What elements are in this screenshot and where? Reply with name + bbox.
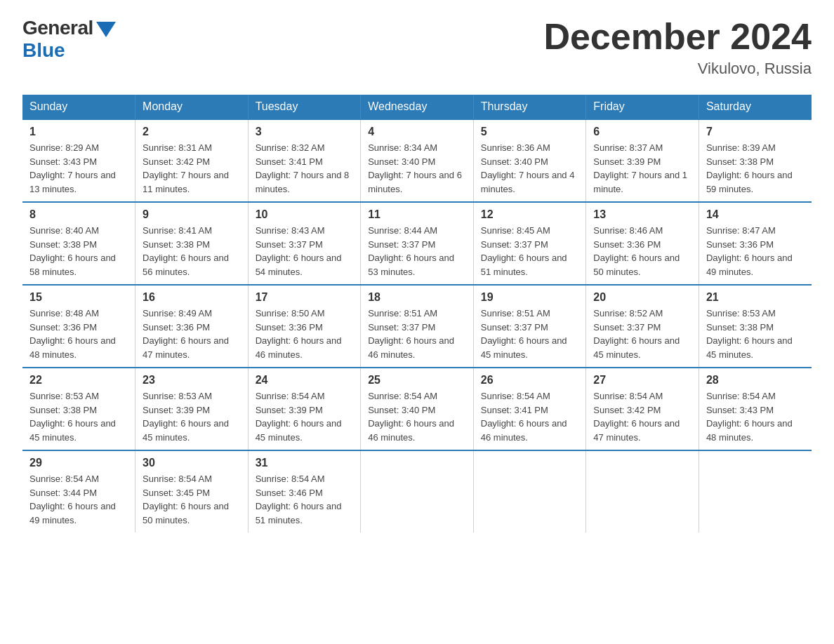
day-info: Sunrise: 8:34 AM Sunset: 3:40 PM Dayligh… [368, 141, 466, 196]
week-row-3: 15 Sunrise: 8:48 AM Sunset: 3:36 PM Dayl… [22, 285, 812, 368]
day-info: Sunrise: 8:39 AM Sunset: 3:38 PM Dayligh… [706, 141, 805, 196]
day-info: Sunrise: 8:32 AM Sunset: 3:41 PM Dayligh… [256, 141, 354, 196]
day-cell: 17 Sunrise: 8:50 AM Sunset: 3:36 PM Dayl… [248, 285, 361, 368]
week-row-2: 8 Sunrise: 8:40 AM Sunset: 3:38 PM Dayli… [22, 202, 812, 285]
day-number: 2 [143, 126, 241, 138]
day-cell [361, 450, 474, 532]
day-number: 25 [368, 374, 466, 387]
day-info: Sunrise: 8:29 AM Sunset: 3:43 PM Dayligh… [29, 141, 128, 196]
header-friday: Friday [586, 95, 699, 119]
day-info: Sunrise: 8:54 AM Sunset: 3:44 PM Dayligh… [29, 472, 128, 527]
day-number: 11 [368, 208, 466, 221]
day-cell: 30 Sunrise: 8:54 AM Sunset: 3:45 PM Dayl… [135, 450, 249, 532]
day-number: 9 [143, 208, 241, 221]
day-number: 22 [29, 374, 128, 387]
day-number: 3 [256, 126, 354, 138]
day-info: Sunrise: 8:47 AM Sunset: 3:36 PM Dayligh… [706, 224, 805, 279]
day-info: Sunrise: 8:54 AM Sunset: 3:39 PM Dayligh… [256, 389, 354, 444]
calendar-table: SundayMondayTuesdayWednesdayThursdayFrid… [22, 95, 812, 532]
day-number: 28 [706, 374, 805, 387]
day-cell: 7 Sunrise: 8:39 AM Sunset: 3:38 PM Dayli… [699, 119, 812, 202]
day-number: 18 [368, 291, 466, 304]
day-number: 24 [256, 374, 354, 387]
day-info: Sunrise: 8:44 AM Sunset: 3:37 PM Dayligh… [368, 224, 466, 279]
day-number: 5 [481, 126, 579, 138]
week-row-4: 22 Sunrise: 8:53 AM Sunset: 3:38 PM Dayl… [22, 368, 812, 450]
day-number: 21 [706, 291, 805, 304]
week-row-1: 1 Sunrise: 8:29 AM Sunset: 3:43 PM Dayli… [22, 119, 812, 202]
day-cell: 6 Sunrise: 8:37 AM Sunset: 3:39 PM Dayli… [586, 119, 699, 202]
title-area: December 2024 Vikulovo, Russia [543, 17, 812, 78]
day-cell: 8 Sunrise: 8:40 AM Sunset: 3:38 PM Dayli… [22, 202, 135, 285]
page-header: General Blue December 2024 Vikulovo, Rus… [22, 17, 812, 78]
logo-general-text: General [22, 17, 93, 39]
day-info: Sunrise: 8:54 AM Sunset: 3:43 PM Dayligh… [706, 389, 805, 444]
week-row-5: 29 Sunrise: 8:54 AM Sunset: 3:44 PM Dayl… [22, 450, 812, 532]
day-info: Sunrise: 8:54 AM Sunset: 3:41 PM Dayligh… [481, 389, 579, 444]
day-number: 30 [143, 457, 241, 469]
day-cell: 5 Sunrise: 8:36 AM Sunset: 3:40 PM Dayli… [473, 119, 586, 202]
day-cell: 24 Sunrise: 8:54 AM Sunset: 3:39 PM Dayl… [248, 368, 361, 450]
day-cell: 31 Sunrise: 8:54 AM Sunset: 3:46 PM Dayl… [248, 450, 361, 532]
day-info: Sunrise: 8:52 AM Sunset: 3:37 PM Dayligh… [593, 307, 691, 361]
day-number: 29 [29, 457, 128, 469]
day-cell: 27 Sunrise: 8:54 AM Sunset: 3:42 PM Dayl… [586, 368, 699, 450]
day-info: Sunrise: 8:40 AM Sunset: 3:38 PM Dayligh… [29, 224, 128, 279]
day-cell: 3 Sunrise: 8:32 AM Sunset: 3:41 PM Dayli… [248, 119, 361, 202]
day-info: Sunrise: 8:43 AM Sunset: 3:37 PM Dayligh… [256, 224, 354, 279]
day-number: 8 [29, 208, 128, 221]
day-number: 20 [593, 291, 691, 304]
day-info: Sunrise: 8:53 AM Sunset: 3:38 PM Dayligh… [706, 307, 805, 361]
day-cell: 10 Sunrise: 8:43 AM Sunset: 3:37 PM Dayl… [248, 202, 361, 285]
day-cell: 14 Sunrise: 8:47 AM Sunset: 3:36 PM Dayl… [699, 202, 812, 285]
day-cell: 28 Sunrise: 8:54 AM Sunset: 3:43 PM Dayl… [699, 368, 812, 450]
day-number: 19 [481, 291, 579, 304]
logo-triangle-icon [96, 22, 116, 37]
header-saturday: Saturday [699, 95, 812, 119]
day-number: 31 [256, 457, 354, 469]
day-info: Sunrise: 8:54 AM Sunset: 3:46 PM Dayligh… [256, 472, 354, 527]
day-number: 10 [256, 208, 354, 221]
day-cell: 16 Sunrise: 8:49 AM Sunset: 3:36 PM Dayl… [135, 285, 249, 368]
day-cell: 9 Sunrise: 8:41 AM Sunset: 3:38 PM Dayli… [135, 202, 249, 285]
day-number: 7 [706, 126, 805, 138]
day-number: 23 [143, 374, 241, 387]
header-sunday: Sunday [22, 95, 135, 119]
calendar-header-row: SundayMondayTuesdayWednesdayThursdayFrid… [22, 95, 812, 119]
day-info: Sunrise: 8:51 AM Sunset: 3:37 PM Dayligh… [481, 307, 579, 361]
day-cell: 15 Sunrise: 8:48 AM Sunset: 3:36 PM Dayl… [22, 285, 135, 368]
logo: General Blue [22, 17, 116, 62]
day-number: 16 [143, 291, 241, 304]
day-info: Sunrise: 8:53 AM Sunset: 3:38 PM Dayligh… [29, 389, 128, 444]
day-info: Sunrise: 8:50 AM Sunset: 3:36 PM Dayligh… [256, 307, 354, 361]
day-cell [699, 450, 812, 532]
day-cell: 11 Sunrise: 8:44 AM Sunset: 3:37 PM Dayl… [361, 202, 474, 285]
day-info: Sunrise: 8:48 AM Sunset: 3:36 PM Dayligh… [29, 307, 128, 361]
day-number: 26 [481, 374, 579, 387]
day-cell: 18 Sunrise: 8:51 AM Sunset: 3:37 PM Dayl… [361, 285, 474, 368]
day-cell: 23 Sunrise: 8:53 AM Sunset: 3:39 PM Dayl… [135, 368, 249, 450]
location: Vikulovo, Russia [543, 60, 812, 78]
day-number: 1 [29, 126, 128, 138]
day-number: 15 [29, 291, 128, 304]
day-info: Sunrise: 8:51 AM Sunset: 3:37 PM Dayligh… [368, 307, 466, 361]
day-number: 12 [481, 208, 579, 221]
day-cell: 26 Sunrise: 8:54 AM Sunset: 3:41 PM Dayl… [473, 368, 586, 450]
day-number: 4 [368, 126, 466, 138]
month-title: December 2024 [543, 17, 812, 57]
day-info: Sunrise: 8:45 AM Sunset: 3:37 PM Dayligh… [481, 224, 579, 279]
header-tuesday: Tuesday [248, 95, 361, 119]
day-number: 6 [593, 126, 691, 138]
day-number: 14 [706, 208, 805, 221]
day-cell: 13 Sunrise: 8:46 AM Sunset: 3:36 PM Dayl… [586, 202, 699, 285]
day-cell: 12 Sunrise: 8:45 AM Sunset: 3:37 PM Dayl… [473, 202, 586, 285]
day-cell: 1 Sunrise: 8:29 AM Sunset: 3:43 PM Dayli… [22, 119, 135, 202]
day-cell [473, 450, 586, 532]
day-cell: 19 Sunrise: 8:51 AM Sunset: 3:37 PM Dayl… [473, 285, 586, 368]
header-wednesday: Wednesday [361, 95, 474, 119]
day-cell: 2 Sunrise: 8:31 AM Sunset: 3:42 PM Dayli… [135, 119, 249, 202]
day-cell: 29 Sunrise: 8:54 AM Sunset: 3:44 PM Dayl… [22, 450, 135, 532]
day-info: Sunrise: 8:54 AM Sunset: 3:42 PM Dayligh… [593, 389, 691, 444]
day-cell: 21 Sunrise: 8:53 AM Sunset: 3:38 PM Dayl… [699, 285, 812, 368]
day-number: 27 [593, 374, 691, 387]
